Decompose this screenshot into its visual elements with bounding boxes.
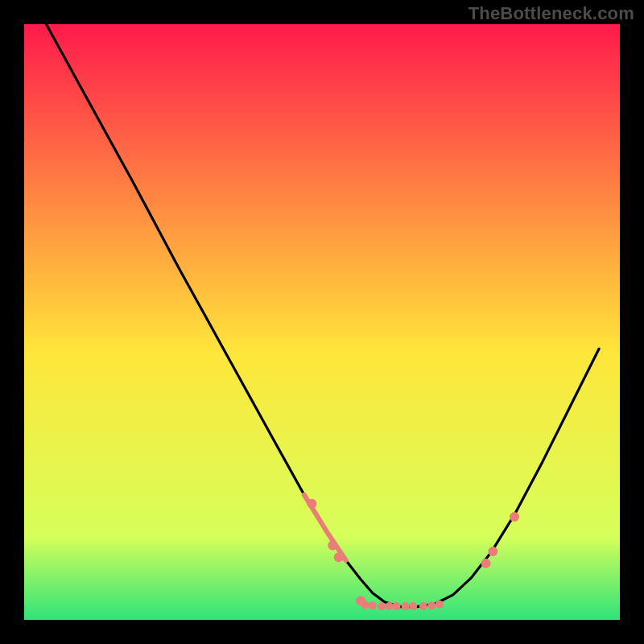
scatter-dot [393,602,401,610]
scatter-dot [436,601,444,609]
scatter-dot [488,547,497,556]
scatter-dot [378,602,386,610]
watermark-text: TheBottleneck.com [469,3,634,24]
scatter-dot [334,552,344,562]
scatter-dot [419,602,427,610]
scatter-dot [481,559,491,568]
scatter-dot [427,601,436,609]
bottleneck-chart [0,0,644,644]
chart-stage: TheBottleneck.com [0,0,644,644]
plot-background [24,24,620,620]
scatter-dot [409,602,417,610]
scatter-dot [328,541,337,551]
scatter-dot [361,601,369,609]
scatter-dot [369,601,377,609]
scatter-dot [307,499,316,509]
scatter-dot [402,602,410,610]
scatter-dot [510,512,519,522]
scatter-dot [386,602,394,610]
